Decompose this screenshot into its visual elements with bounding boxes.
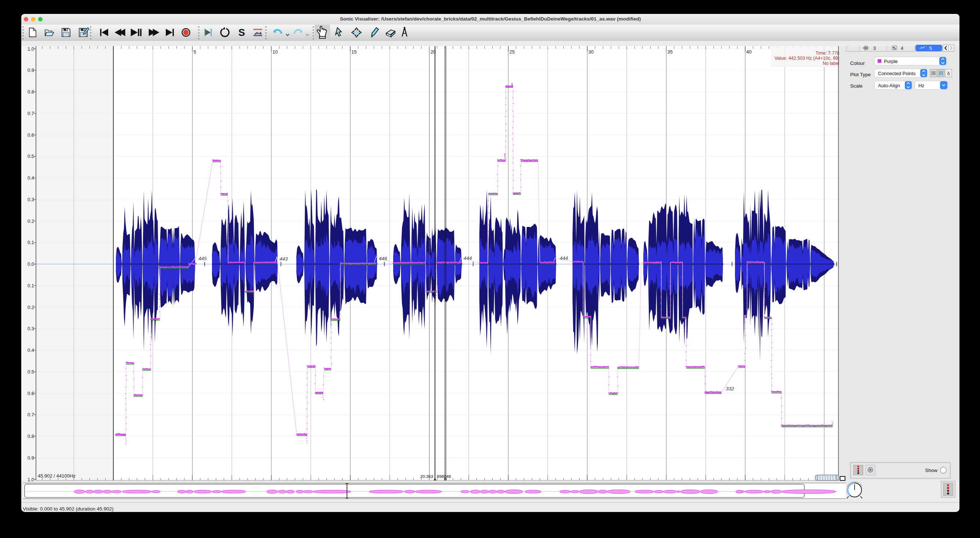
svg-text:1.0: 1.0: [27, 477, 34, 482]
svg-text:Purple: Purple: [884, 59, 898, 64]
svg-text:0.6: 0.6: [27, 132, 34, 138]
svg-text:Plot Type: Plot Type: [850, 72, 871, 77]
svg-text:Scale: Scale: [850, 83, 862, 89]
svg-text:40: 40: [746, 49, 751, 55]
svg-text:0.3: 0.3: [27, 326, 34, 331]
svg-text:332: 332: [726, 386, 734, 391]
svg-text:45.902 / 44100Hz: 45.902 / 44100Hz: [38, 473, 76, 479]
svg-text:Hz: Hz: [918, 83, 924, 88]
svg-text:446: 446: [379, 256, 387, 261]
svg-text:444: 444: [464, 256, 472, 261]
svg-text:0.1: 0.1: [27, 240, 34, 245]
svg-text:0.8: 0.8: [27, 433, 34, 439]
svg-text:0.8: 0.8: [27, 89, 34, 95]
svg-text:0.0: 0.0: [27, 261, 34, 267]
svg-text:0.5: 0.5: [27, 154, 34, 159]
svg-text:Value: 442.503 Hz (A4+10c, 69): Value: 442.503 Hz (A4+10c, 69): [775, 56, 840, 61]
svg-text:35: 35: [668, 49, 673, 55]
svg-text:3: 3: [873, 46, 876, 51]
svg-text:0.6: 0.6: [27, 391, 34, 396]
svg-text:Colour: Colour: [850, 60, 865, 66]
svg-text:Auto-Align: Auto-Align: [878, 83, 900, 88]
svg-text:Connected Points: Connected Points: [878, 71, 916, 76]
svg-text:0.4: 0.4: [27, 348, 34, 353]
svg-text:898048: 898048: [437, 474, 451, 479]
svg-text:Visible: 0.000 to 45.902 (dura: Visible: 0.000 to 45.902 (duration 45.90…: [23, 506, 113, 512]
svg-text:δ: δ: [947, 71, 950, 76]
svg-text:Sonic Visualiser: /Users/stefa: Sonic Visualiser: /Users/stefan/dev/chor…: [340, 16, 641, 22]
svg-text:0.9: 0.9: [27, 455, 34, 461]
svg-text:0.4: 0.4: [27, 175, 34, 181]
svg-text:444: 444: [560, 256, 568, 261]
svg-text:30: 30: [588, 49, 593, 55]
svg-text:443: 443: [280, 256, 288, 262]
svg-text:Show: Show: [925, 468, 937, 473]
svg-text:0.3: 0.3: [27, 197, 34, 202]
svg-text:445: 445: [199, 256, 207, 261]
svg-text:S: S: [239, 27, 245, 38]
svg-text:No label: No label: [822, 61, 840, 66]
svg-text:1.0: 1.0: [27, 46, 34, 52]
svg-text:0.5: 0.5: [27, 369, 34, 375]
svg-text:Time: 7.778: Time: 7.778: [815, 51, 840, 56]
svg-text:15: 15: [352, 49, 356, 55]
svg-text:5: 5: [929, 46, 932, 51]
svg-text:0.2: 0.2: [27, 305, 34, 310]
svg-text:0.1: 0.1: [27, 283, 34, 289]
svg-text:0.7: 0.7: [27, 412, 34, 417]
svg-text:4: 4: [901, 46, 904, 51]
svg-text:25: 25: [509, 49, 515, 55]
svg-text:0.7: 0.7: [27, 111, 34, 116]
svg-text:20.363: 20.363: [420, 474, 433, 479]
svg-text:0.2: 0.2: [27, 218, 34, 224]
svg-text:0.9: 0.9: [27, 67, 34, 73]
svg-text:10: 10: [272, 49, 278, 55]
svg-text:5: 5: [193, 49, 196, 55]
